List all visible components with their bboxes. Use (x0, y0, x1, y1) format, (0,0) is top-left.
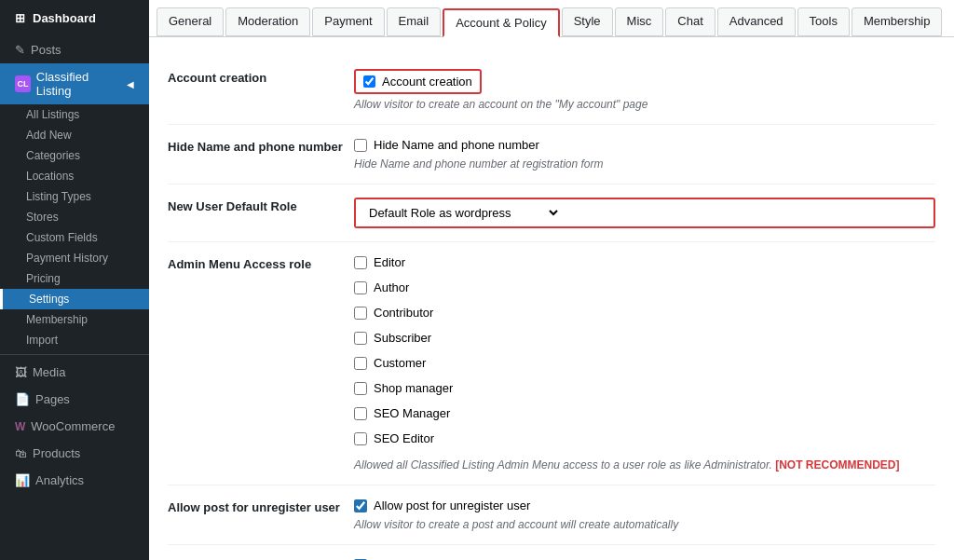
role-subscriber-item: Subscriber (354, 331, 935, 345)
role-customer-label: Customer (374, 356, 426, 370)
sidebar-item-all-listings[interactable]: All Listings (0, 104, 149, 125)
admin-menu-access-field: Editor Author Contributor Subscriber (354, 255, 935, 471)
new-user-role-select-wrapper: Default Role as wordpress Editor Author … (354, 198, 935, 228)
sidebar-item-listing-types[interactable]: Listing Types (0, 186, 149, 207)
hide-name-field: Hide Name and phone number Hide Name and… (354, 138, 935, 171)
tab-misc[interactable]: Misc (615, 7, 664, 36)
hide-name-label: Hide Name and phone number (168, 138, 354, 154)
posts-icon: ✎ (15, 43, 25, 57)
sidebar-item-settings[interactable]: Settings (0, 289, 149, 309)
role-seo-manager-item: SEO Manager (354, 406, 935, 420)
hide-name-row: Hide Name and phone number Hide Name and… (168, 125, 935, 184)
woocommerce-icon: W (15, 420, 25, 433)
role-customer-item: Customer (354, 356, 935, 370)
sidebar-item-membership[interactable]: Membership (0, 309, 149, 330)
role-list: Editor Author Contributor Subscriber (354, 255, 935, 451)
tab-tools[interactable]: Tools (797, 7, 850, 36)
media-icon: 🖼 (15, 365, 27, 379)
role-shop-manager-label: Shop manager (374, 381, 453, 395)
role-subscriber-checkbox[interactable] (354, 332, 367, 345)
sidebar-item-stores[interactable]: Stores (0, 207, 149, 227)
tab-payment[interactable]: Payment (312, 7, 384, 36)
sidebar-item-analytics[interactable]: 📊 Analytics (0, 467, 149, 494)
role-author-checkbox[interactable] (354, 281, 367, 294)
sidebar-item-locations[interactable]: Locations (0, 166, 149, 186)
role-seo-manager-label: SEO Manager (374, 406, 450, 420)
role-editor-label: Editor (374, 255, 405, 269)
sidebar-item-pages[interactable]: 📄 Pages (0, 386, 149, 413)
account-creation-checkbox-label[interactable]: Account creation (382, 75, 472, 89)
sidebar-item-products[interactable]: 🛍 Products (0, 440, 149, 467)
new-user-role-select[interactable]: Default Role as wordpress Editor Author … (356, 199, 561, 226)
sidebar-item-media[interactable]: 🖼 Media (0, 359, 149, 386)
main-content: General Moderation Payment Email Account… (149, 0, 954, 560)
sidebar-item-payment-history[interactable]: Payment History (0, 248, 149, 268)
role-subscriber-label: Subscriber (374, 331, 431, 345)
arrow-icon: ◀ (127, 79, 134, 89)
role-customer-checkbox[interactable] (354, 357, 367, 370)
account-creation-checkbox[interactable] (363, 75, 375, 88)
role-seo-manager-checkbox[interactable] (354, 407, 367, 420)
sidebar-item-classified-listing[interactable]: CL Classified Listing ◀ (0, 63, 149, 104)
role-author-label: Author (374, 280, 409, 294)
admin-menu-access-row: Admin Menu Access role Editor Author Con… (168, 242, 935, 485)
allow-post-unregister-field: Allow post for unregister user Allow vis… (354, 499, 935, 531)
account-creation-checkbox-wrapper: Account creation (354, 69, 482, 94)
tab-moderation[interactable]: Moderation (225, 7, 310, 36)
dashboard-icon: ⊞ (15, 11, 25, 25)
tab-style[interactable]: Style (562, 7, 613, 36)
sidebar-item-woocommerce[interactable]: W WooCommerce (0, 413, 149, 440)
role-author-item: Author (354, 280, 935, 294)
tab-advanced[interactable]: Advanced (717, 7, 796, 36)
role-seo-editor-label: SEO Editor (374, 431, 434, 445)
pages-icon: 📄 (15, 392, 30, 406)
account-creation-description: Allow visitor to create an account on th… (354, 98, 935, 111)
sidebar-dashboard-item[interactable]: ⊞ Dashboard (0, 0, 149, 36)
account-creation-label: Account creation (168, 69, 354, 85)
role-contributor-item: Contributor (354, 306, 935, 320)
role-contributor-checkbox[interactable] (354, 307, 367, 320)
new-user-role-row: New User Default Role Default Role as wo… (168, 184, 935, 242)
allow-post-unregister-checkbox-label[interactable]: Allow post for unregister user (374, 499, 530, 512)
tab-general[interactable]: General (157, 7, 224, 36)
tab-account-policy[interactable]: Account & Policy (443, 8, 560, 37)
new-user-role-field: Default Role as wordpress Editor Author … (354, 198, 935, 228)
sidebar: ⊞ Dashboard ✎ Posts CL Classified Listin… (0, 0, 149, 560)
sidebar-item-custom-fields[interactable]: Custom Fields (0, 227, 149, 248)
allow-post-unregister-label: Allow post for unregister user (168, 499, 354, 514)
allow-post-unregister-item: Allow post for unregister user (354, 499, 935, 512)
classified-listing-icon: CL (15, 75, 31, 92)
analytics-icon: 📊 (15, 473, 30, 487)
tab-chat[interactable]: Chat (665, 7, 715, 36)
role-editor-checkbox[interactable] (354, 256, 367, 269)
role-shop-manager-checkbox[interactable] (354, 382, 367, 395)
sidebar-item-add-new[interactable]: Add New (0, 125, 149, 145)
role-seo-editor-item: SEO Editor (354, 431, 935, 445)
tab-membership[interactable]: Membership (852, 7, 943, 36)
sidebar-item-categories[interactable]: Categories (0, 145, 149, 166)
sidebar-item-pricing[interactable]: Pricing (0, 268, 149, 289)
new-user-role-label: New User Default Role (168, 198, 354, 213)
hide-name-checkbox-label[interactable]: Hide Name and phone number (374, 138, 539, 152)
admin-access-description: Allowed all Classified Listing Admin Men… (354, 458, 935, 471)
hide-name-checkbox-item: Hide Name and phone number (354, 138, 935, 152)
allow-post-unregister-row: Allow post for unregister user Allow pos… (168, 485, 935, 545)
settings-content: Account creation Account creation Allow … (149, 37, 954, 560)
account-creation-field: Account creation Allow visitor to create… (354, 69, 935, 111)
tab-email[interactable]: Email (387, 7, 442, 36)
user-verification-row: User Verification User Verification User… (168, 545, 935, 560)
role-shop-manager-item: Shop manager (354, 381, 935, 395)
products-icon: 🛍 (15, 446, 27, 460)
sidebar-item-posts[interactable]: ✎ Posts (0, 36, 149, 63)
role-contributor-label: Contributor (374, 306, 433, 320)
tabs-bar: General Moderation Payment Email Account… (149, 0, 954, 37)
allow-post-unregister-checkbox[interactable] (354, 499, 367, 512)
admin-menu-access-label: Admin Menu Access role (168, 255, 354, 271)
allow-post-unregister-description: Allow visitor to create a post and accou… (354, 518, 935, 531)
sidebar-dashboard-label: Dashboard (33, 11, 96, 25)
not-recommended-warning: [NOT RECOMMENDED] (775, 458, 899, 471)
sidebar-item-import[interactable]: Import (0, 330, 149, 350)
hide-name-checkbox[interactable] (354, 139, 367, 152)
role-editor-item: Editor (354, 255, 935, 269)
role-seo-editor-checkbox[interactable] (354, 432, 367, 445)
